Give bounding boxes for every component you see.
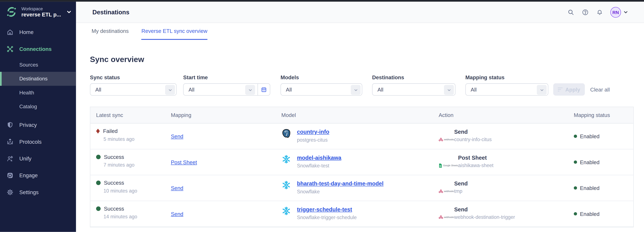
sidebar-item-settings[interactable]: Settings bbox=[0, 184, 76, 200]
bell-icon[interactable] bbox=[596, 8, 603, 16]
sidebar-item-engage[interactable]: Engage bbox=[0, 167, 76, 183]
avatar[interactable]: RN bbox=[610, 7, 621, 17]
app-header: Destinations RN bbox=[76, 1, 644, 23]
sidebar-item-label: Settings bbox=[19, 189, 39, 195]
calendar-icon[interactable] bbox=[258, 84, 270, 95]
select-value: All bbox=[188, 86, 194, 93]
sync-overview-table: Latest sync Mapping Model Action Mapping… bbox=[90, 107, 634, 227]
start-time-select[interactable]: All bbox=[183, 83, 270, 96]
model-source: Snowflake bbox=[297, 189, 384, 195]
app-root: Workspace reverse ETL p... Home Connecti… bbox=[0, 0, 644, 232]
search-icon[interactable] bbox=[567, 8, 575, 16]
snowflake-icon bbox=[281, 154, 291, 164]
chevron-down-icon bbox=[165, 85, 175, 95]
apply-label: Apply bbox=[565, 86, 580, 92]
snowflake-icon bbox=[281, 206, 291, 216]
destination-name: country-info-citus bbox=[454, 137, 492, 142]
select-value: All bbox=[95, 86, 101, 93]
mapping-link[interactable]: Send bbox=[171, 133, 183, 139]
destinations-select[interactable]: All bbox=[372, 83, 456, 96]
destination-name: webhook-destination-trigger bbox=[454, 214, 515, 220]
model-source: Snowflake-trigger-schedule bbox=[297, 215, 357, 221]
filter-label-start-time: Start time bbox=[183, 74, 270, 80]
enabled-status-icon bbox=[574, 212, 577, 216]
action-name: Send bbox=[454, 129, 492, 135]
mapping-status-text: Enabled bbox=[580, 211, 600, 217]
table-header: Latest sync Mapping Model Action Mapping… bbox=[90, 107, 633, 124]
enabled-status-icon bbox=[574, 161, 577, 164]
model-link[interactable]: trigger-schedule-test bbox=[297, 206, 352, 213]
postgresql-icon bbox=[281, 128, 291, 138]
sidebar-item-label: Destinations bbox=[19, 76, 48, 82]
tab-reverse-etl-sync-overview[interactable]: Reverse ETL sync overview bbox=[142, 28, 207, 40]
sidebar-item-label: Sources bbox=[19, 62, 38, 68]
page-title: Destinations bbox=[92, 8, 129, 15]
sidebar-item-connections[interactable]: Connections bbox=[0, 41, 76, 57]
sidebar-item-destinations[interactable]: Destinations bbox=[0, 72, 76, 86]
sidebar-item-home[interactable]: Home bbox=[0, 24, 76, 40]
sync-status-text: Success bbox=[104, 180, 124, 186]
sidebar-item-label: Privacy bbox=[19, 122, 37, 128]
sidebar-item-health[interactable]: Health bbox=[0, 86, 76, 100]
chevron-down-icon bbox=[537, 85, 546, 95]
sidebar-item-sources[interactable]: Sources bbox=[0, 58, 76, 72]
sidebar-item-unify[interactable]: Unify bbox=[0, 151, 76, 166]
workspace-name: reverse ETL p... bbox=[21, 11, 64, 18]
action-name: Post Sheet bbox=[458, 155, 494, 161]
home-icon bbox=[6, 28, 14, 35]
table-row: Success 7 minutes ago Post Sheet bbox=[90, 149, 633, 175]
mapping-link[interactable]: Post Sheet bbox=[171, 159, 197, 165]
user-menu[interactable]: RN bbox=[610, 7, 628, 17]
gear-icon bbox=[6, 189, 14, 196]
webhooks-icon: webhooks bbox=[438, 130, 454, 149]
action-name: Send bbox=[454, 206, 515, 213]
rudderstack-logo-icon bbox=[5, 6, 18, 18]
workspace-switcher[interactable]: Workspace reverse ETL p... bbox=[0, 1, 76, 21]
destination-name: tmp bbox=[454, 188, 468, 194]
mapping-link[interactable]: Send bbox=[171, 211, 183, 217]
sidebar-item-label: Health bbox=[19, 90, 34, 96]
chevron-down-icon bbox=[66, 9, 72, 15]
snowflake-icon bbox=[281, 180, 291, 190]
enabled-status-icon bbox=[574, 135, 577, 138]
model-link[interactable]: model-aishikawa bbox=[297, 155, 341, 161]
chevron-down-icon bbox=[444, 85, 454, 95]
mapping-status-text: Enabled bbox=[580, 133, 600, 139]
unify-icon bbox=[6, 155, 14, 162]
sidebar-item-catalog[interactable]: Catalog bbox=[0, 100, 76, 114]
clear-all-link[interactable]: Clear all bbox=[590, 83, 610, 96]
filter-label-sync-status: Sync status bbox=[90, 74, 176, 80]
select-value: All bbox=[378, 86, 384, 93]
destination-type-label: webhooks bbox=[444, 190, 454, 192]
sidebar: Workspace reverse ETL p... Home Connecti… bbox=[0, 1, 76, 232]
sync-status-text: Success bbox=[104, 154, 124, 160]
filter-label-destinations: Destinations bbox=[372, 74, 456, 80]
table-row: Success 10 minutes ago Send bbox=[90, 175, 633, 201]
tab-my-destinations[interactable]: My destinations bbox=[92, 28, 129, 40]
sidebar-item-privacy[interactable]: Privacy bbox=[0, 117, 76, 133]
tabs-bar: My destinations Reverse ETL sync overvie… bbox=[76, 23, 644, 41]
models-select[interactable]: All bbox=[280, 83, 362, 96]
help-icon[interactable] bbox=[582, 8, 589, 16]
filter-label-mapping-status: Mapping status bbox=[465, 74, 548, 80]
action-name: Send bbox=[454, 181, 468, 187]
sidebar-item-protocols[interactable]: Protocols bbox=[0, 134, 76, 149]
sync-status-select[interactable]: All bbox=[90, 83, 176, 96]
destination-name: aishikawa-sheet bbox=[458, 163, 494, 168]
table-row: Success 14 minutes ago Send bbox=[90, 201, 633, 227]
model-link[interactable]: bharath-test-day-and-time-model bbox=[297, 181, 384, 187]
model-link[interactable]: country-info bbox=[297, 129, 330, 135]
apply-button[interactable]: Apply bbox=[553, 83, 585, 96]
success-status-icon bbox=[96, 181, 100, 185]
success-status-icon bbox=[96, 155, 100, 159]
chevron-down-icon bbox=[245, 85, 255, 95]
content: Sync overview Sync status All Start time bbox=[76, 55, 644, 227]
destination-type-label: webhooks bbox=[444, 216, 454, 218]
mapping-link[interactable]: Send bbox=[171, 185, 183, 191]
mapping-status-select[interactable]: All bbox=[465, 83, 548, 96]
destination-type-label: webhooks bbox=[444, 138, 454, 141]
mapping-status-text: Enabled bbox=[580, 159, 600, 165]
sidebar-item-label: Protocols bbox=[19, 139, 42, 145]
sidebar-item-label: Home bbox=[19, 29, 34, 35]
sidebar-item-label: Connections bbox=[19, 46, 52, 52]
